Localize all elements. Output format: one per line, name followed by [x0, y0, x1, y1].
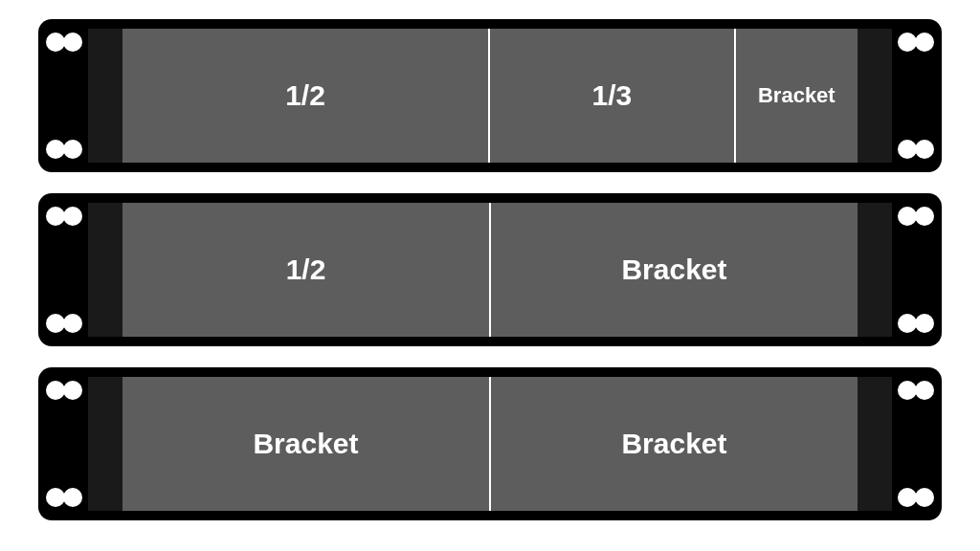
mount-hole-icon: [898, 488, 917, 507]
rack-body-outer: 1/2 1/3 Bracket: [88, 19, 892, 172]
mount-hole-icon: [63, 488, 82, 507]
mount-hole-icon: [63, 207, 82, 226]
slot-label: 1/2: [286, 253, 326, 286]
rack-body-outer: Bracket Bracket: [88, 367, 892, 520]
rack-slot: Bracket: [122, 377, 491, 511]
mount-hole-icon: [915, 207, 934, 226]
mount-hole-icon: [898, 381, 917, 400]
mount-hole-icon: [46, 381, 65, 400]
rack-ear-left: [38, 367, 88, 520]
slot-label: Bracket: [253, 428, 358, 460]
mount-hole-icon: [915, 33, 934, 52]
rack-ear-left: [38, 19, 88, 172]
mount-hole-icon: [915, 488, 934, 507]
rack-side-inset: [88, 203, 122, 337]
rack-unit-3: Bracket Bracket: [38, 367, 942, 520]
slot-label: Bracket: [621, 253, 726, 286]
rack-side-inset: [88, 29, 122, 163]
rack-side-inset: [88, 377, 122, 511]
mount-hole-icon: [63, 33, 82, 52]
rack-ear-right: [892, 367, 942, 520]
mount-hole-icon: [63, 314, 82, 333]
rack-slot: 1/2: [122, 203, 491, 337]
mount-hole-icon: [915, 314, 934, 333]
mount-hole-icon: [898, 207, 917, 226]
mount-hole-icon: [63, 140, 82, 159]
rack-body-outer: 1/2 Bracket: [88, 193, 892, 346]
mount-hole-icon: [915, 140, 934, 159]
rack-side-inset: [858, 203, 892, 337]
rack-slot: 1/2: [122, 29, 490, 163]
mount-hole-icon: [915, 381, 934, 400]
mount-hole-icon: [63, 381, 82, 400]
slot-label: Bracket: [621, 428, 726, 460]
rack-ear-left: [38, 193, 88, 346]
rack-body: 1/2 1/3 Bracket: [122, 29, 858, 163]
rack-side-inset: [858, 377, 892, 511]
mount-hole-icon: [898, 314, 917, 333]
mount-hole-icon: [46, 140, 65, 159]
mount-hole-icon: [898, 33, 917, 52]
rack-slot: Bracket: [491, 377, 858, 511]
rack-ear-right: [892, 193, 942, 346]
slot-label: 1/2: [285, 79, 325, 112]
mount-hole-icon: [898, 140, 917, 159]
rack-slot: Bracket: [736, 29, 858, 163]
rack-slot: 1/3: [490, 29, 736, 163]
slot-label: Bracket: [758, 83, 835, 108]
rack-ear-right: [892, 19, 942, 172]
rack-unit-2: 1/2 Bracket: [38, 193, 942, 346]
rack-body: Bracket Bracket: [122, 377, 858, 511]
rack-unit-1: 1/2 1/3 Bracket: [38, 19, 942, 172]
mount-hole-icon: [46, 314, 65, 333]
rack-body: 1/2 Bracket: [122, 203, 858, 337]
rack-side-inset: [858, 29, 892, 163]
mount-hole-icon: [46, 33, 65, 52]
slot-label: 1/3: [591, 79, 632, 112]
mount-hole-icon: [46, 207, 65, 226]
mount-hole-icon: [46, 488, 65, 507]
rack-slot: Bracket: [491, 203, 858, 337]
